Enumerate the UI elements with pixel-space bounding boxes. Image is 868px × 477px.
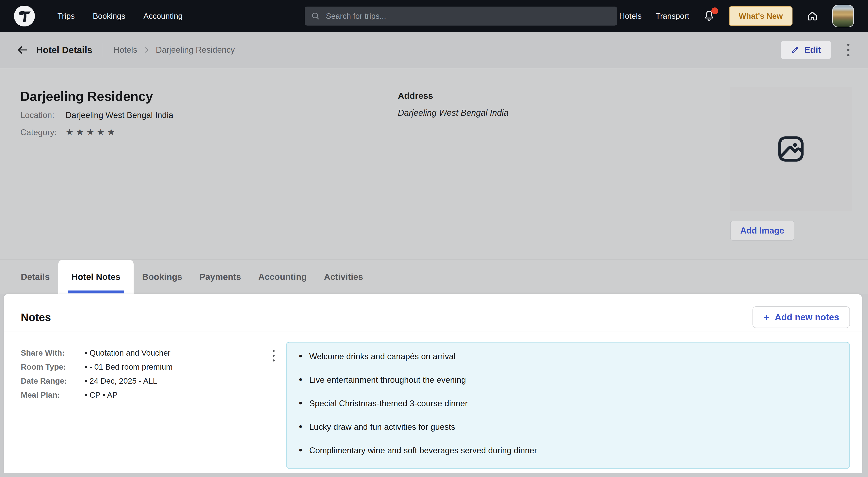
home-icon (807, 10, 818, 22)
top-navigation: Trips Bookings Accounting Hotels Transpo… (0, 0, 868, 32)
hotel-tabs: Details Hotel Notes Bookings Payments Ac… (0, 260, 868, 294)
add-image-label: Add Image (740, 226, 784, 236)
note-item: Special Christmas-themed 3-course dinner (297, 398, 838, 409)
share-with-value: • Quotation and Voucher (85, 348, 170, 358)
address-value: Darjeeling West Bengal India (398, 108, 508, 118)
trip-search-bar[interactable] (305, 6, 617, 26)
category-label: Category: (20, 128, 66, 137)
note-item: Complimentary wine and soft beverages se… (297, 446, 838, 455)
note-item: Welcome drinks and canapés on arrival (297, 352, 838, 361)
location-label: Location: (20, 111, 66, 120)
location-value: Darjeeling West Bengal India (66, 111, 173, 120)
pencil-icon (791, 46, 799, 54)
breadcrumb-chevron-icon (143, 46, 150, 54)
room-type-label: Room Type: (21, 362, 85, 371)
note-options-button[interactable] (270, 342, 278, 369)
app-logo[interactable] (14, 6, 35, 26)
note-item: Live entertainment throughout the evenin… (297, 375, 838, 385)
tab-details[interactable]: Details (12, 260, 58, 294)
whats-new-label: What's New (739, 11, 783, 21)
title-divider (103, 43, 103, 57)
nav-right-group: Hotels Transport What's New (619, 5, 854, 27)
note-meta: Share With: • Quotation and Voucher Room… (21, 342, 270, 469)
more-options-button[interactable] (845, 41, 852, 59)
nav-link-trips[interactable]: Trips (57, 11, 74, 21)
meta-row-meal-plan: Meal Plan: • CP • AP (21, 390, 270, 400)
date-range-value: • 24 Dec, 2025 - ALL (85, 376, 157, 386)
notifications-button[interactable] (703, 10, 715, 22)
hotel-image-placeholder (730, 87, 852, 211)
add-image-button[interactable]: Add Image (730, 221, 794, 241)
plus-icon: + (763, 311, 770, 323)
page-title: Hotel Details (36, 45, 92, 55)
user-avatar[interactable] (832, 5, 854, 27)
whats-new-button[interactable]: What's New (729, 6, 793, 26)
hotel-image-block: Add Image (730, 87, 852, 241)
nav-link-transport[interactable]: Transport (656, 11, 689, 21)
edit-label: Edit (804, 45, 821, 55)
meta-row-room-type: Room Type: • - 01 Bed room premium (21, 362, 270, 371)
search-icon (311, 11, 320, 21)
breadcrumb-hotels[interactable]: Hotels (114, 45, 137, 55)
notes-title: Notes (21, 311, 51, 324)
tab-activities[interactable]: Activities (315, 260, 372, 294)
tab-payments[interactable]: Payments (191, 260, 250, 294)
add-new-notes-label: Add new notes (775, 312, 839, 322)
address-label: Address (398, 91, 508, 101)
kebab-menu-icon (273, 350, 275, 352)
add-new-notes-button[interactable]: + Add new notes (752, 306, 850, 328)
breadcrumb-current: Darjeeling Residency (156, 45, 235, 55)
notes-panel-body: Share With: • Quotation and Voucher Room… (4, 331, 862, 469)
tab-bookings[interactable]: Bookings (133, 260, 191, 294)
tab-hotel-notes[interactable]: Hotel Notes (58, 260, 133, 294)
back-button[interactable] (16, 44, 29, 56)
kebab-menu-icon (847, 43, 849, 46)
nav-link-accounting[interactable]: Accounting (143, 11, 182, 21)
star-rating: ★★★★★ (66, 127, 117, 137)
breadcrumb-bar: Hotel Details Hotels Darjeeling Residenc… (0, 32, 868, 68)
notification-dot (711, 7, 718, 14)
home-button[interactable] (807, 10, 818, 22)
notes-panel-header: Notes + Add new notes (4, 294, 862, 331)
meal-plan-label: Meal Plan: (21, 390, 85, 400)
meta-row-date-range: Date Range: • 24 Dec, 2025 - ALL (21, 376, 270, 386)
note-content-box: Welcome drinks and canapés on arrival Li… (286, 342, 850, 469)
notes-panel: Notes + Add new notes Share With: • Quot… (4, 294, 862, 473)
nav-link-bookings[interactable]: Bookings (93, 11, 125, 21)
edit-button[interactable]: Edit (780, 40, 831, 59)
note-item: Lucky draw and fun activities for guests (297, 422, 838, 432)
share-with-label: Share With: (21, 348, 85, 358)
note-bullet-list: Welcome drinks and canapés on arrival Li… (297, 352, 838, 455)
search-input[interactable] (326, 11, 611, 21)
date-range-label: Date Range: (21, 376, 85, 386)
meal-plan-value: • CP • AP (85, 390, 118, 400)
image-placeholder-icon (776, 134, 806, 164)
tab-accounting[interactable]: Accounting (250, 260, 315, 294)
app-logo-icon (14, 6, 35, 26)
nav-link-hotels[interactable]: Hotels (619, 11, 642, 21)
room-type-value: • - 01 Bed room premium (85, 362, 173, 371)
meta-row-share-with: Share With: • Quotation and Voucher (21, 348, 270, 358)
breadcrumb-actions: Edit (780, 40, 852, 59)
hotel-summary-section: Darjeeling Residency Location: Darjeelin… (0, 68, 868, 260)
back-arrow-icon (16, 44, 29, 56)
address-block: Address Darjeeling West Bengal India (398, 91, 508, 118)
